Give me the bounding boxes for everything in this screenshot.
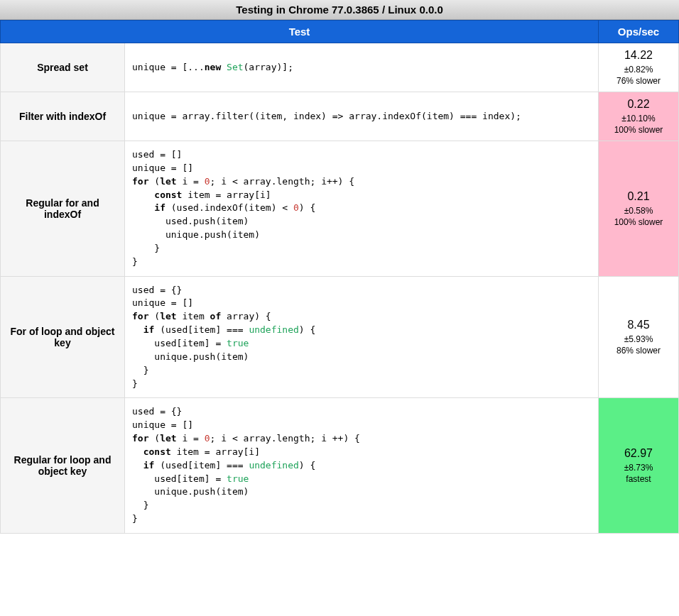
table-row: Spread setunique = [...new Set(array)];1… [1,43,679,92]
ops-note: 76% slower [602,76,675,86]
test-name-cell: Regular for and indexOf [1,141,125,277]
ops-value: 0.22 [602,98,675,111]
ops-margin: ±5.93% [602,334,675,344]
code-cell: unique = [...new Set(array)]; [125,43,599,92]
table-row: For of loop and object keyused = {} uniq… [1,276,679,398]
ops-cell: 14.22±0.82%76% slower [599,43,679,92]
page-title: Testing in Chrome 77.0.3865 / Linux 0.0.… [0,0,679,20]
ops-cell: 0.21±0.58%100% slower [599,141,679,277]
table-row: Regular for loop and object keyused = {}… [1,398,679,534]
ops-margin: ±0.82% [602,65,675,75]
test-name-cell: Filter with indexOf [1,92,125,141]
benchmark-table: Test Ops/sec Spread setunique = [...new … [0,20,679,534]
ops-value: 0.21 [602,190,675,203]
code-cell: used = {} unique = [] for (let item of a… [125,276,599,398]
ops-note: 86% slower [602,346,675,356]
ops-note: 100% slower [602,125,675,135]
code-cell: used = [] unique = [] for (let i = 0; i … [125,141,599,277]
table-row: Regular for and indexOfused = [] unique … [1,141,679,277]
test-name-cell: Regular for loop and object key [1,398,125,534]
col-test: Test [1,21,599,43]
ops-margin: ±8.73% [602,463,675,473]
col-ops: Ops/sec [599,21,679,43]
test-name-cell: For of loop and object key [1,276,125,398]
table-row: Filter with indexOfunique = array.filter… [1,92,679,141]
code-cell: unique = array.filter((item, index) => a… [125,92,599,141]
ops-value: 14.22 [602,49,675,62]
ops-value: 62.97 [602,447,675,460]
ops-cell: 62.97±8.73%fastest [599,398,679,534]
ops-value: 8.45 [602,319,675,331]
ops-cell: 8.45±5.93%86% slower [599,276,679,398]
ops-margin: ±10.10% [602,114,675,123]
ops-margin: ±0.58% [602,206,675,216]
test-name-cell: Spread set [1,43,125,92]
code-cell: used = {} unique = [] for (let i = 0; i … [125,398,599,534]
ops-cell: 0.22±10.10%100% slower [599,92,679,141]
ops-note: 100% slower [602,217,675,227]
ops-note: fastest [602,474,675,484]
